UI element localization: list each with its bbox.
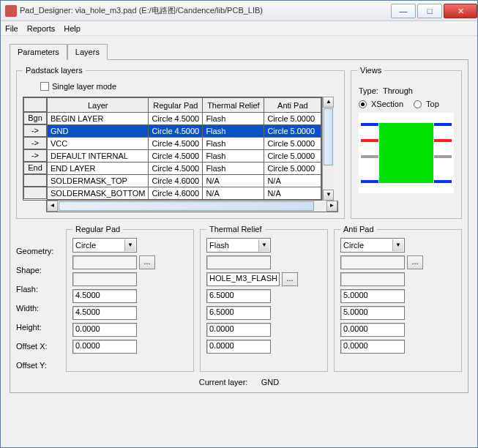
- app-window: Pad_Designer: via_hole_m3.pad (E:/电路图/Ca…: [0, 0, 478, 448]
- regular-offset-y-input[interactable]: 0.0000: [72, 340, 137, 354]
- table-row[interactable]: VCCCircle 4.5000FlashCircle 5.0000: [48, 138, 321, 150]
- scroll-up-icon[interactable]: ▲: [323, 97, 334, 108]
- row-header[interactable]: End: [23, 162, 47, 174]
- table-row[interactable]: SOLDERMASK_BOTTOMCircle 4.6000N/AN/A: [48, 187, 321, 200]
- anti-flash-input[interactable]: [340, 272, 405, 286]
- chevron-down-icon: ▼: [392, 239, 403, 251]
- table-row[interactable]: END LAYERCircle 4.5000FlashCircle 5.0000: [48, 163, 321, 175]
- horizontal-scrollbar[interactable]: ◄ ►: [46, 201, 338, 212]
- col-layer[interactable]: Layer: [48, 98, 149, 113]
- row-header[interactable]: [23, 187, 47, 199]
- anti-offset-x-input[interactable]: 0.0000: [340, 323, 405, 337]
- thermal-legend: Thermal Relief: [206, 225, 265, 234]
- label-geometry: Geometry:: [16, 244, 60, 258]
- anti-legend: Anti Pad: [340, 225, 377, 234]
- window-title: Pad_Designer: via_hole_m3.pad (E:/电路图/Ca…: [20, 5, 263, 16]
- maximize-button[interactable]: □: [417, 4, 442, 18]
- vertical-scrollbar[interactable]: ▲ ▼: [322, 97, 334, 201]
- menu-reports[interactable]: Reports: [27, 24, 56, 33]
- row-header[interactable]: [23, 174, 47, 187]
- anti-shape-input[interactable]: [340, 255, 405, 269]
- app-icon: [5, 5, 17, 17]
- checkbox-icon: [40, 82, 49, 91]
- menu-file[interactable]: File: [5, 24, 18, 33]
- row-header[interactable]: ->: [23, 137, 47, 149]
- tab-panel: Padstack layers Single layer mode Bgn ->…: [10, 59, 468, 393]
- tab-parameters[interactable]: Parameters: [10, 44, 67, 60]
- table-row[interactable]: SOLDERMASK_TOPCircle 4.6000N/AN/A: [48, 175, 321, 187]
- table-row-selected[interactable]: GNDCircle 4.5000FlashCircle 5.0000: [48, 125, 321, 138]
- regular-offset-x-input[interactable]: 0.0000: [72, 323, 137, 337]
- anti-width-input[interactable]: 5.0000: [340, 289, 405, 303]
- thermal-width-input[interactable]: 6.5000: [206, 289, 271, 303]
- label-offset-y: Offset Y:: [16, 358, 60, 372]
- layers-table: Bgn -> -> -> End: [23, 97, 322, 201]
- chevron-down-icon: ▼: [258, 239, 269, 251]
- thermal-geometry-select[interactable]: Flash▼: [206, 238, 271, 253]
- thermal-relief-group: Thermal Relief Flash▼ HOLE_M3_FLASH... 6…: [200, 225, 328, 372]
- scroll-thumb[interactable]: [59, 201, 314, 211]
- label-flash: Flash:: [16, 282, 60, 296]
- regular-flash-input[interactable]: [72, 272, 137, 286]
- thermal-height-input[interactable]: 6.5000: [206, 306, 271, 320]
- label-height: Height:: [16, 320, 60, 334]
- row-header[interactable]: ->: [23, 149, 47, 162]
- current-layer-value: GND: [261, 378, 279, 387]
- row-header[interactable]: Bgn: [23, 112, 47, 124]
- col-thermal[interactable]: Thermal Relief: [203, 98, 264, 113]
- cross-section-view: [359, 113, 454, 193]
- col-anti[interactable]: Anti Pad: [264, 98, 321, 113]
- tab-layers[interactable]: Layers: [67, 44, 108, 60]
- anti-shape-browse-button[interactable]: ...: [407, 255, 423, 269]
- anti-pad-group: Anti Pad Circle▼ ... 5.0000 5.0000 0.000…: [334, 225, 462, 372]
- label-width: Width:: [16, 301, 60, 315]
- title-bar[interactable]: Pad_Designer: via_hole_m3.pad (E:/电路图/Ca…: [1, 1, 477, 21]
- chevron-down-icon: ▼: [124, 239, 135, 251]
- tab-strip: Parameters Layers: [10, 43, 468, 59]
- row-header[interactable]: ->: [23, 124, 47, 137]
- thermal-flash-input[interactable]: HOLE_M3_FLASH: [206, 272, 280, 286]
- scroll-left-icon[interactable]: ◄: [47, 201, 58, 212]
- regular-geometry-select[interactable]: Circle▼: [72, 238, 137, 253]
- current-layer-label: Current layer:: [199, 378, 248, 387]
- label-offset-x: Offset X:: [16, 339, 60, 353]
- menu-bar: File Reports Help: [1, 21, 477, 36]
- thermal-shape-input[interactable]: [206, 255, 271, 269]
- label-shape: Shape:: [16, 263, 60, 277]
- anti-offset-y-input[interactable]: 0.0000: [340, 340, 405, 354]
- table-row[interactable]: DEFAULT INTERNALCircle 4.5000FlashCircle…: [48, 150, 321, 163]
- single-layer-label: Single layer mode: [52, 82, 116, 91]
- corner-cell: [23, 97, 47, 112]
- col-regular[interactable]: Regular Pad: [149, 98, 203, 113]
- regular-width-input[interactable]: 4.5000: [72, 289, 137, 303]
- minimize-button[interactable]: —: [391, 4, 416, 18]
- thermal-offset-x-input[interactable]: 0.0000: [206, 323, 271, 337]
- padstack-layers-group: Padstack layers Single layer mode Bgn ->…: [16, 66, 345, 219]
- scroll-thumb[interactable]: [324, 108, 333, 165]
- views-group: Views Type: Through XSection Top: [351, 66, 462, 219]
- padstack-legend: Padstack layers: [23, 66, 86, 75]
- table-row[interactable]: BEGIN LAYERCircle 4.5000FlashCircle 5.00…: [48, 113, 321, 125]
- regular-shape-browse-button[interactable]: ...: [139, 255, 155, 269]
- type-label: Type:: [359, 86, 378, 95]
- regular-shape-input[interactable]: [72, 255, 137, 269]
- table-header-row: Layer Regular Pad Thermal Relief Anti Pa…: [48, 98, 321, 113]
- thermal-offset-y-input[interactable]: 0.0000: [206, 340, 271, 354]
- regular-legend: Regular Pad: [72, 225, 123, 234]
- radio-top[interactable]: [414, 100, 422, 108]
- scroll-right-icon[interactable]: ►: [326, 201, 337, 212]
- anti-height-input[interactable]: 5.0000: [340, 306, 405, 320]
- field-labels: Geometry: Shape: Flash: Width: Height: O…: [16, 225, 60, 372]
- menu-help[interactable]: Help: [64, 24, 81, 33]
- thermal-flash-browse-button[interactable]: ...: [282, 272, 298, 286]
- anti-geometry-select[interactable]: Circle▼: [340, 238, 405, 253]
- regular-pad-group: Regular Pad Circle▼ ... 4.5000 4.5000 0.…: [66, 225, 194, 372]
- scroll-down-icon[interactable]: ▼: [323, 190, 334, 201]
- close-button[interactable]: ✕: [444, 4, 477, 18]
- type-value: Through: [383, 86, 413, 95]
- xsection-label: XSection: [371, 100, 403, 108]
- top-label: Top: [426, 100, 439, 108]
- radio-xsection[interactable]: [359, 100, 367, 108]
- regular-height-input[interactable]: 4.5000: [72, 306, 137, 320]
- single-layer-checkbox[interactable]: Single layer mode: [40, 82, 338, 91]
